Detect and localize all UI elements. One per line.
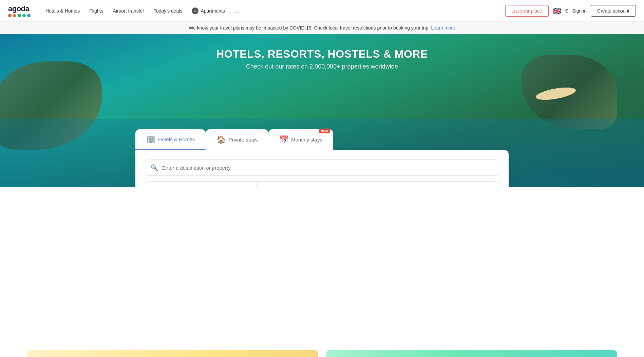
currency-selector[interactable]: € — [565, 8, 568, 14]
list-place-button[interactable]: List your place — [505, 5, 549, 17]
tab-monthly-stays-label: Monthly stays — [291, 137, 322, 143]
logo-text: agoda — [8, 4, 31, 13]
covid-text: We know your travel plans may be impacte… — [189, 25, 430, 31]
covid-banner: We know your travel plans may be impacte… — [0, 22, 644, 34]
dot-orange — [13, 14, 16, 17]
promo-card-golocal[interactable]: 🚗🦊 📍 agoda GoLocal Save up to 25% more w… — [326, 350, 617, 357]
sign-in-link[interactable]: Sign in — [572, 8, 587, 14]
nav-airport-transfer[interactable]: Airport transfer — [109, 5, 148, 16]
checkin-date: 24 Nov 2021 — [164, 186, 193, 187]
dot-teal — [22, 14, 26, 17]
header: agoda Hotels & Homes Flights Airport tra… — [0, 0, 644, 22]
main-content: 🗼🐙🌊 🏷 Welcome Back to Europe! Return to … — [0, 350, 644, 357]
guests-field[interactable]: 👥 2 adults 1 room ▾ — [368, 182, 499, 187]
nav-hotels-homes[interactable]: Hotels & Homes — [41, 5, 84, 16]
tab-monthly-stays[interactable]: New! 📅 Monthly stays — [268, 129, 333, 150]
logo[interactable]: agoda — [8, 4, 31, 17]
search-container: 🏢 Hotels & Homes 🏠 Private stays New! 📅 … — [135, 129, 509, 187]
tab-private-stays[interactable]: 🏠 Private stays — [206, 129, 268, 150]
monthly-stays-icon: 📅 — [279, 135, 288, 144]
destination-field[interactable]: 🔍 — [145, 159, 499, 176]
flag-icon[interactable]: 🇬🇧 — [553, 7, 561, 15]
destination-input[interactable] — [162, 165, 493, 171]
search-icon: 🔍 — [151, 164, 158, 171]
apartments-icon: ⊙ — [192, 7, 198, 14]
date-guests-row: 📅 24 Nov 2021 Wednesday 📅 25 Nov 2021 Th… — [145, 181, 499, 187]
guests-inner: 👥 2 adults 1 room — [375, 186, 406, 187]
dot-red — [8, 14, 12, 17]
guests-count: 2 adults — [386, 186, 406, 187]
search-box: 🔍 📅 24 Nov 2021 Wednesday 📅 25 Nov 2021 — [135, 150, 509, 187]
tab-hotels-homes-label: Hotels & Homes — [158, 136, 195, 142]
checkout-info: 25 Nov 2021 Thursday — [275, 186, 305, 187]
hotels-homes-icon: 🏢 — [146, 135, 155, 144]
new-badge: New! — [319, 129, 330, 133]
nav-more[interactable]: ... — [230, 4, 244, 17]
private-stays-icon: 🏠 — [216, 135, 226, 144]
main-nav: Hotels & Homes Flights Airport transfer … — [41, 4, 505, 17]
tab-private-stays-label: Private stays — [228, 137, 258, 143]
create-account-button[interactable]: Create account — [591, 5, 636, 17]
checkout-field[interactable]: 📅 25 Nov 2021 Thursday — [257, 182, 368, 187]
guests-info: 2 adults 1 room — [386, 186, 406, 187]
tab-hotels-homes[interactable]: 🏢 Hotels & Homes — [135, 129, 206, 150]
checkout-date: 25 Nov 2021 — [275, 186, 305, 187]
promo-row: 🗼🐙🌊 🏷 Welcome Back to Europe! Return to … — [27, 350, 617, 357]
promo-card-welcome-back[interactable]: 🗼🐙🌊 🏷 Welcome Back to Europe! Return to … — [27, 350, 318, 357]
nav-flights[interactable]: Flights — [85, 5, 107, 16]
nav-todays-deals[interactable]: Today's deals — [150, 5, 186, 16]
nav-apartments[interactable]: ⊙ Apartments — [188, 5, 229, 17]
checkin-field[interactable]: 📅 24 Nov 2021 Wednesday — [145, 182, 257, 187]
checkin-info: 24 Nov 2021 Wednesday — [164, 186, 193, 187]
hero-subtitle: Check out our rates on 2,000,000+ proper… — [0, 63, 644, 70]
hero-content: HOTELS, RESORTS, HOSTELS & MORE Check ou… — [0, 34, 644, 70]
dot-green — [18, 14, 21, 17]
hero-section: HOTELS, RESORTS, HOSTELS & MORE Check ou… — [0, 34, 644, 187]
search-tabs: 🏢 Hotels & Homes 🏠 Private stays New! 📅 … — [135, 129, 509, 150]
covid-learn-more-link[interactable]: Learn more — [431, 25, 455, 31]
dot-blue — [27, 14, 31, 17]
header-right: List your place 🇬🇧 € Sign in Create acco… — [505, 5, 636, 17]
hero-title: HOTELS, RESORTS, HOSTELS & MORE — [0, 48, 644, 60]
logo-dots — [8, 14, 31, 17]
